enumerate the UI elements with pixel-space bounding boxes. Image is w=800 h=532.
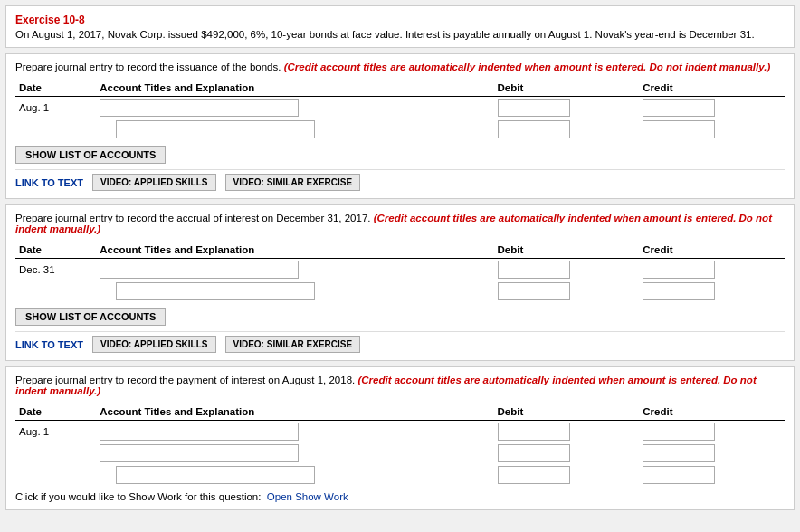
row-1-debit-input[interactable] xyxy=(498,99,570,117)
row-s3-3-account-input[interactable] xyxy=(116,466,315,484)
journal-table-2: Date Account Titles and Explanation Debi… xyxy=(15,242,785,302)
col-header-date-3: Date xyxy=(15,404,96,421)
exercise-title: Exercise 10-8 xyxy=(15,14,785,26)
section-3-instruction: Prepare journal entry to record the paym… xyxy=(15,375,785,396)
row-1-credit-input[interactable] xyxy=(643,99,715,117)
row-2-credit-cell xyxy=(639,119,785,140)
row-s2-1-account-input[interactable] xyxy=(100,261,299,279)
row-1-account-input[interactable] xyxy=(100,99,299,117)
col-header-date-2: Date xyxy=(15,242,96,259)
row-s2-1-credit-input[interactable] xyxy=(643,261,715,279)
col-header-credit-1: Credit xyxy=(639,80,785,97)
section-2: Prepare journal entry to record the accr… xyxy=(5,204,795,361)
instruction-red-1: (Credit account titles are automatically… xyxy=(284,62,771,72)
instruction-plain-3: Prepare journal entry to record the paym… xyxy=(15,375,357,385)
link-to-text-1[interactable]: LINK TO TEXT xyxy=(15,177,83,188)
table-row xyxy=(15,442,785,464)
open-show-work-link[interactable]: Open Show Work xyxy=(267,491,348,502)
section-1: Prepare journal entry to record the issu… xyxy=(5,53,795,199)
row-s3-2-account-input[interactable] xyxy=(100,444,299,462)
row-2-debit-cell xyxy=(494,119,640,140)
row-2-credit-input[interactable] xyxy=(643,120,715,138)
section-3: Prepare journal entry to record the paym… xyxy=(5,366,795,510)
row-s2-1-account-cell xyxy=(96,259,493,281)
row-s3-3-credit-cell xyxy=(639,464,785,486)
row-s3-1-debit-cell xyxy=(494,421,640,443)
show-work-label: Click if you would like to Show Work for… xyxy=(15,491,261,502)
video-applied-button-2[interactable]: VIDEO: APPLIED SKILLS xyxy=(92,336,216,353)
show-accounts-button-2[interactable]: SHOW LIST OF ACCOUNTS xyxy=(15,308,166,326)
col-header-account-1: Account Titles and Explanation xyxy=(96,80,493,97)
row-s3-3-date xyxy=(15,464,96,486)
links-row-2: LINK TO TEXT VIDEO: APPLIED SKILLS VIDEO… xyxy=(15,331,785,353)
row-s2-1-credit-cell xyxy=(639,259,785,281)
col-header-debit-1: Debit xyxy=(494,80,640,97)
table-row xyxy=(15,464,785,486)
row-s3-2-credit-cell xyxy=(639,442,785,464)
row-s2-2-debit-cell xyxy=(494,280,640,302)
table-row: Dec. 31 xyxy=(15,259,785,281)
video-similar-button-2[interactable]: VIDEO: SIMILAR EXERCISE xyxy=(225,336,361,353)
row-s3-3-credit-input[interactable] xyxy=(643,466,715,484)
col-header-account-3: Account Titles and Explanation xyxy=(96,404,493,421)
exercise-header: Exercise 10-8 On August 1, 2017, Novak C… xyxy=(5,5,795,48)
row-s2-2-credit-cell xyxy=(639,280,785,302)
section-1-instruction: Prepare journal entry to record the issu… xyxy=(15,62,785,72)
instruction-plain-2: Prepare journal entry to record the accr… xyxy=(15,213,374,223)
row-s2-2-date xyxy=(15,280,96,302)
row-s2-2-credit-input[interactable] xyxy=(643,282,715,300)
row-s3-2-debit-cell xyxy=(494,442,640,464)
row-2-date xyxy=(15,119,96,140)
row-s2-1-debit-cell xyxy=(494,259,640,281)
row-s2-1-date: Dec. 31 xyxy=(15,259,96,281)
journal-table-1: Date Account Titles and Explanation Debi… xyxy=(15,80,785,140)
section-2-instruction: Prepare journal entry to record the accr… xyxy=(15,213,785,234)
row-1-debit-cell xyxy=(494,97,640,119)
link-to-text-2[interactable]: LINK TO TEXT xyxy=(15,339,83,350)
col-header-account-2: Account Titles and Explanation xyxy=(96,242,493,259)
row-s3-2-debit-input[interactable] xyxy=(498,444,570,462)
row-1-date: Aug. 1 xyxy=(15,97,96,119)
show-accounts-row-1: SHOW LIST OF ACCOUNTS xyxy=(15,146,785,164)
table-row: Aug. 1 xyxy=(15,421,785,443)
col-header-credit-3: Credit xyxy=(639,404,785,421)
journal-table-3: Date Account Titles and Explanation Debi… xyxy=(15,404,785,486)
row-s2-2-account-input[interactable] xyxy=(116,282,315,300)
row-s3-1-account-input[interactable] xyxy=(100,423,299,441)
row-2-account-input[interactable] xyxy=(116,120,315,138)
row-1-credit-cell xyxy=(639,97,785,119)
row-s2-2-debit-input[interactable] xyxy=(498,282,570,300)
col-header-debit-2: Debit xyxy=(494,242,640,259)
row-1-account-cell xyxy=(96,97,493,119)
show-accounts-row-2: SHOW LIST OF ACCOUNTS xyxy=(15,308,785,326)
video-applied-button-1[interactable]: VIDEO: APPLIED SKILLS xyxy=(92,174,216,191)
row-s3-1-credit-cell xyxy=(639,421,785,443)
table-row xyxy=(15,280,785,302)
row-s2-1-debit-input[interactable] xyxy=(498,261,570,279)
row-s2-2-account-cell xyxy=(96,280,493,302)
table-row: Aug. 1 xyxy=(15,97,785,119)
video-similar-button-1[interactable]: VIDEO: SIMILAR EXERCISE xyxy=(225,174,361,191)
row-s3-2-account-cell xyxy=(96,442,493,464)
col-header-credit-2: Credit xyxy=(639,242,785,259)
links-row-1: LINK TO TEXT VIDEO: APPLIED SKILLS VIDEO… xyxy=(15,169,785,191)
row-2-account-cell xyxy=(96,119,493,140)
page-container: Exercise 10-8 On August 1, 2017, Novak C… xyxy=(0,0,800,532)
row-s3-1-date: Aug. 1 xyxy=(15,421,96,443)
row-s3-1-credit-input[interactable] xyxy=(643,423,715,441)
row-s3-2-date xyxy=(15,442,96,464)
table-row xyxy=(15,119,785,140)
show-accounts-button-1[interactable]: SHOW LIST OF ACCOUNTS xyxy=(15,146,166,164)
row-s3-1-debit-input[interactable] xyxy=(498,423,570,441)
col-header-debit-3: Debit xyxy=(494,404,640,421)
row-s3-3-debit-cell xyxy=(494,464,640,486)
row-s3-3-account-cell xyxy=(96,464,493,486)
row-s3-2-credit-input[interactable] xyxy=(643,444,715,462)
row-s3-3-debit-input[interactable] xyxy=(498,466,570,484)
col-header-date-1: Date xyxy=(15,80,96,97)
show-work-row: Click if you would like to Show Work for… xyxy=(15,491,785,502)
row-2-debit-input[interactable] xyxy=(498,120,570,138)
row-s3-1-account-cell xyxy=(96,421,493,443)
instruction-plain-1: Prepare journal entry to record the issu… xyxy=(15,62,284,72)
exercise-description: On August 1, 2017, Novak Corp. issued $4… xyxy=(15,29,785,40)
